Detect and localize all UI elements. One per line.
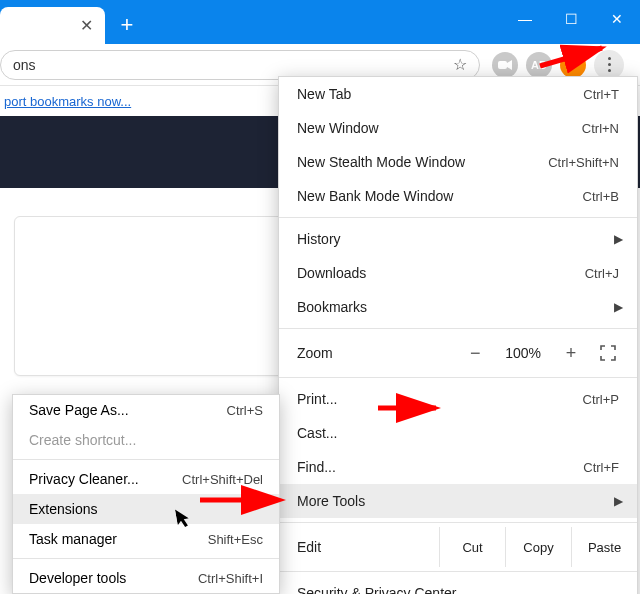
submenu-create-shortcut: Create shortcut... xyxy=(13,425,279,455)
submenu-developer-tools[interactable]: Developer toolsCtrl+Shift+I xyxy=(13,563,279,593)
zoom-value: 100% xyxy=(505,345,541,361)
address-bar[interactable]: ons ☆ xyxy=(0,50,480,80)
chevron-right-icon: ▶ xyxy=(614,232,623,246)
menu-separator xyxy=(279,522,637,523)
edit-label: Edit xyxy=(297,539,439,555)
close-window-button[interactable]: ✕ xyxy=(594,0,640,38)
kebab-icon xyxy=(608,57,611,72)
zoom-out-button[interactable]: − xyxy=(465,343,485,364)
maximize-button[interactable]: ☐ xyxy=(548,0,594,38)
main-menu-button[interactable] xyxy=(594,50,624,80)
main-menu: New TabCtrl+T New WindowCtrl+N New Steal… xyxy=(278,76,638,594)
chevron-right-icon: ▶ xyxy=(614,494,623,508)
menu-print[interactable]: Print...Ctrl+P xyxy=(279,382,637,416)
cut-button[interactable]: Cut xyxy=(439,527,505,567)
submenu-save-page[interactable]: Save Page As...Ctrl+S xyxy=(13,395,279,425)
menu-bookmarks[interactable]: Bookmarks▶ xyxy=(279,290,637,324)
content-card xyxy=(14,216,312,376)
menu-bank-window[interactable]: New Bank Mode WindowCtrl+B xyxy=(279,179,637,213)
avast-icon[interactable] xyxy=(560,52,586,78)
menu-separator xyxy=(279,377,637,378)
ad-block-icon[interactable]: AD xyxy=(526,52,552,78)
new-tab-button[interactable]: + xyxy=(111,9,143,41)
browser-tab[interactable]: ✕ xyxy=(0,7,105,44)
import-bookmarks-link[interactable]: port bookmarks now... xyxy=(4,94,131,109)
fullscreen-icon[interactable] xyxy=(597,342,619,364)
menu-find[interactable]: Find...Ctrl+F xyxy=(279,450,637,484)
menu-new-window[interactable]: New WindowCtrl+N xyxy=(279,111,637,145)
menu-history[interactable]: History▶ xyxy=(279,222,637,256)
menu-security[interactable]: Security & Privacy Center xyxy=(279,576,637,594)
camera-icon[interactable] xyxy=(492,52,518,78)
chevron-right-icon: ▶ xyxy=(614,300,623,314)
menu-new-tab[interactable]: New TabCtrl+T xyxy=(279,77,637,111)
minimize-button[interactable]: — xyxy=(502,0,548,38)
submenu-task-manager[interactable]: Task managerShift+Esc xyxy=(13,524,279,554)
bookmark-star-icon[interactable]: ☆ xyxy=(453,55,467,74)
menu-more-tools[interactable]: More Tools▶ xyxy=(279,484,637,518)
svg-point-1 xyxy=(567,59,579,71)
menu-downloads[interactable]: DownloadsCtrl+J xyxy=(279,256,637,290)
window-controls: — ☐ ✕ xyxy=(502,0,640,38)
zoom-label: Zoom xyxy=(297,345,465,361)
menu-separator xyxy=(279,217,637,218)
close-tab-icon[interactable]: ✕ xyxy=(80,16,93,35)
more-tools-submenu: Save Page As...Ctrl+S Create shortcut...… xyxy=(12,394,280,594)
menu-separator xyxy=(13,459,279,460)
menu-separator xyxy=(279,328,637,329)
zoom-in-button[interactable]: + xyxy=(561,343,581,364)
address-text: ons xyxy=(13,57,447,73)
menu-separator xyxy=(279,571,637,572)
paste-button[interactable]: Paste xyxy=(571,527,637,567)
menu-separator xyxy=(13,558,279,559)
submenu-extensions[interactable]: Extensions xyxy=(13,494,279,524)
menu-edit: Edit Cut Copy Paste xyxy=(279,527,637,567)
submenu-privacy-cleaner[interactable]: Privacy Cleaner...Ctrl+Shift+Del xyxy=(13,464,279,494)
menu-cast[interactable]: Cast... xyxy=(279,416,637,450)
menu-stealth-window[interactable]: New Stealth Mode WindowCtrl+Shift+N xyxy=(279,145,637,179)
svg-rect-0 xyxy=(498,61,507,69)
extension-icons: AD xyxy=(488,50,640,80)
copy-button[interactable]: Copy xyxy=(505,527,571,567)
menu-zoom: Zoom − 100% + xyxy=(279,333,637,373)
